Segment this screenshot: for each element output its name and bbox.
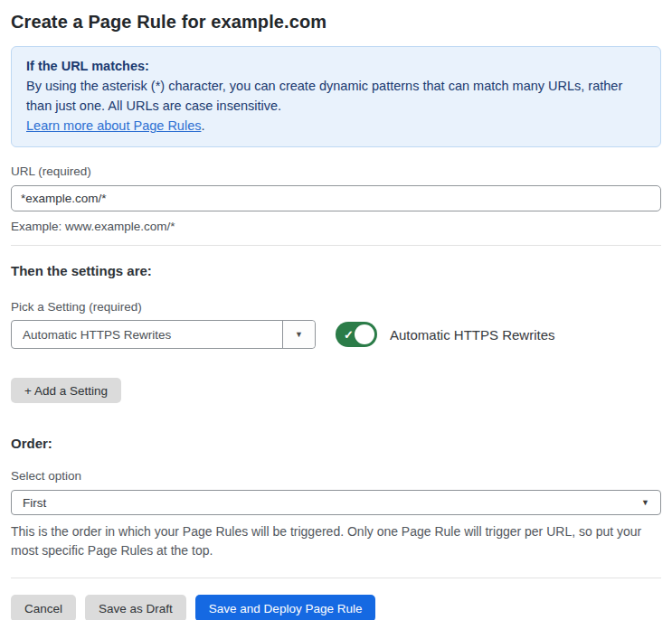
learn-more-link[interactable]: Learn more about Page Rules — [26, 118, 201, 133]
info-box-body: By using the asterisk (*) character, you… — [26, 76, 646, 116]
order-select-value: First — [23, 496, 641, 510]
save-draft-button[interactable]: Save as Draft — [85, 595, 186, 620]
info-box-heading: If the URL matches: — [26, 56, 646, 76]
order-helper-text: This is the order in which your Page Rul… — [11, 522, 661, 560]
url-input[interactable] — [11, 185, 661, 211]
url-field-label: URL (required) — [11, 164, 661, 179]
https-rewrites-toggle[interactable]: ✓ — [336, 322, 377, 347]
cancel-button[interactable]: Cancel — [11, 595, 76, 620]
toggle-label: Automatic HTTPS Rewrites — [390, 327, 555, 343]
link-suffix: . — [201, 118, 204, 133]
setting-dropdown-button[interactable]: ▼ — [282, 321, 315, 348]
save-deploy-button[interactable]: Save and Deploy Page Rule — [195, 595, 376, 620]
add-setting-button[interactable]: + Add a Setting — [11, 378, 121, 403]
order-select[interactable]: First ▼ — [11, 490, 661, 515]
order-select-label: Select option — [11, 468, 661, 484]
url-example-helper: Example: www.example.com/* — [11, 219, 661, 234]
page-rule-form: Create a Page Rule for example.com If th… — [0, 12, 672, 620]
chevron-down-icon: ▼ — [641, 498, 649, 507]
settings-section-heading: Then the settings are: — [11, 263, 661, 279]
divider — [11, 578, 661, 578]
order-section-heading: Order: — [11, 436, 661, 452]
url-match-info-box: If the URL matches: By using the asteris… — [11, 46, 661, 147]
setting-dropdown-value: Automatic HTTPS Rewrites — [12, 321, 282, 348]
info-box-link-line: Learn more about Page Rules. — [26, 116, 646, 136]
toggle-knob — [355, 324, 374, 344]
footer-buttons: Cancel Save as Draft Save and Deploy Pag… — [11, 595, 661, 620]
check-icon: ✓ — [344, 329, 354, 341]
setting-row: Automatic HTTPS Rewrites ▼ ✓ Automatic H… — [11, 320, 661, 349]
divider — [11, 245, 661, 246]
setting-dropdown[interactable]: Automatic HTTPS Rewrites ▼ — [11, 320, 316, 349]
chevron-down-icon: ▼ — [295, 330, 303, 339]
page-title: Create a Page Rule for example.com — [11, 12, 661, 33]
pick-setting-label: Pick a Setting (required) — [11, 299, 661, 315]
